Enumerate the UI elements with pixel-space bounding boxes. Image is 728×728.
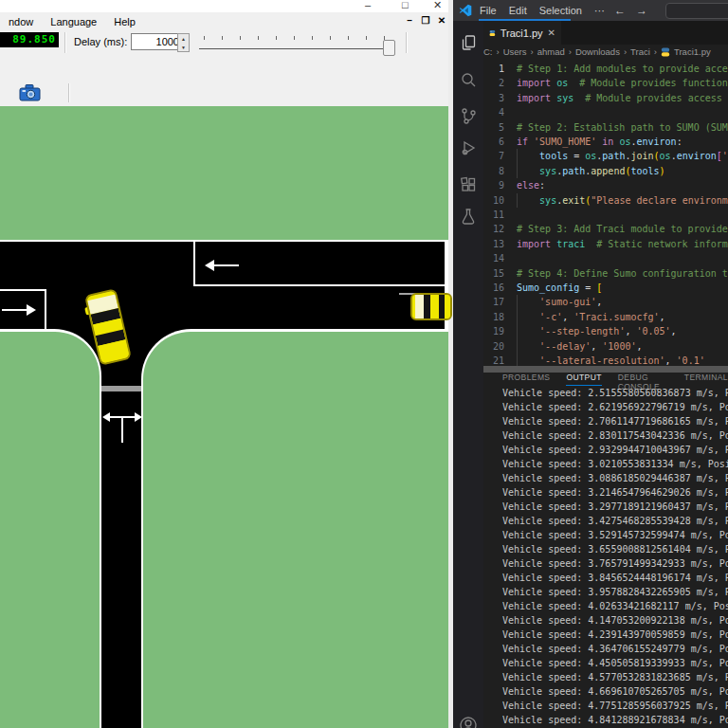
output-line: Vehicle speed: 2.9329944710043967 m/s, P…: [502, 443, 728, 457]
code-token: import: [517, 91, 551, 105]
breadcrumb-separator: ›: [530, 46, 533, 57]
speed-slider[interactable]: [194, 32, 405, 57]
line-number: 20: [483, 339, 504, 354]
code-line-10[interactable]: 10 sys.exit("Please declare environme: [483, 193, 728, 208]
code-token: exit: [562, 193, 585, 208]
code-line-2[interactable]: 2import os # Module provides functions: [483, 76, 728, 90]
run-debug-icon[interactable]: [459, 138, 478, 157]
tab-close-icon[interactable]: ✕: [548, 27, 555, 38]
breadcrumb-separator: ›: [654, 46, 657, 57]
code-line-11[interactable]: 11: [483, 208, 728, 222]
code-line-8[interactable]: 8 sys.path.append(tools): [483, 164, 728, 178]
spin-down-icon[interactable]: ▼: [181, 46, 186, 49]
testing-icon[interactable]: [459, 207, 478, 226]
panel-tab-terminal[interactable]: TERMINAL: [684, 373, 728, 386]
panel-tab-debug-console[interactable]: DEBUG CONSOLE: [618, 373, 668, 386]
vscode-menu-file[interactable]: File: [480, 5, 497, 16]
line-number: 13: [483, 237, 504, 251]
mdi-close-icon[interactable]: ✕: [435, 14, 448, 27]
code-token: import: [517, 76, 551, 90]
mdi-buttons: – ❐ ✕: [403, 14, 448, 27]
code-line-9[interactable]: 9else:: [483, 178, 728, 192]
vehicle-eastbound[interactable]: [410, 293, 452, 320]
code-line-5[interactable]: 5# Step 2: Establish path to SUMO (SUMO: [483, 120, 728, 135]
delay-input[interactable]: [131, 33, 182, 50]
code-line-19[interactable]: 19 '--step-length', '0.05',: [483, 324, 728, 338]
menu-item-language[interactable]: Language: [42, 16, 105, 27]
code-token: '--delay': [539, 339, 591, 354]
breadcrumb-item[interactable]: ahmad: [537, 46, 565, 57]
breadcrumb-item[interactable]: Users: [503, 46, 527, 57]
code-token: '0.1': [677, 354, 705, 366]
code-line-3[interactable]: 3import sys # Module provides access t: [483, 91, 728, 105]
code-editor[interactable]: 1# Step 1: Add modules to provide access…: [483, 58, 728, 366]
code-token: ,: [665, 354, 677, 366]
code-line-15[interactable]: 15# Step 4: Define Sumo configuration to: [483, 266, 728, 281]
code-token: =: [579, 281, 596, 295]
extensions-icon[interactable]: [459, 175, 478, 194]
line-number: 18: [483, 310, 504, 324]
breadcrumb-item[interactable]: Traci1.py: [674, 46, 711, 57]
code-line-14[interactable]: 14: [483, 251, 728, 265]
code-token: # Step 4: Define Sumo configuration to: [517, 266, 728, 281]
line-number: 5: [483, 120, 504, 135]
code-line-7[interactable]: 7 tools = os.path.join(os.environ['S: [483, 149, 728, 163]
breadcrumb-item[interactable]: Downloads: [575, 46, 620, 57]
simulation-time-display: 89.850: [0, 32, 59, 47]
panel-tab-output[interactable]: OUTPUT: [566, 373, 601, 386]
code-line-13[interactable]: 13import traci # Static network informa: [483, 237, 728, 251]
breadcrumb-item[interactable]: C:: [483, 46, 493, 57]
code-token: # Module provides access t: [573, 91, 728, 105]
code-line-16[interactable]: 16Sumo_config = [: [483, 281, 728, 295]
code-token: ,: [562, 310, 573, 324]
menu-item-ndow[interactable]: ndow: [0, 16, 42, 27]
spin-up-icon[interactable]: ▲: [181, 37, 186, 41]
code-line-17[interactable]: 17 'sumo-gui',: [483, 295, 728, 309]
output-line: Vehicle speed: 4.147053200922138 m/s, Po…: [502, 613, 728, 628]
nav-forward-icon[interactable]: →: [636, 4, 647, 17]
slider-tick: [294, 36, 295, 40]
horizontal-scrollbar[interactable]: [483, 366, 728, 373]
code-line-21[interactable]: 21 '--lateral-resolution', '0.1': [483, 354, 728, 366]
code-line-1[interactable]: 1# Step 1: Add modules to provide access: [483, 62, 728, 76]
code-token: traci: [556, 237, 585, 251]
command-center-search[interactable]: [665, 3, 728, 19]
code-line-20[interactable]: 20 '--delay', '1000',: [483, 339, 728, 354]
snapshot-button[interactable]: [18, 82, 43, 103]
explorer-icon[interactable]: [459, 33, 478, 52]
window-minimize-icon[interactable]: –: [365, 0, 371, 10]
output-line: Vehicle speed: 2.5155580560836873 m/s, P…: [502, 386, 728, 400]
code-token: import: [517, 237, 551, 251]
output-log[interactable]: Vehicle speed: 2.5155580560836873 m/s, P…: [502, 386, 728, 728]
panel-tab-problems[interactable]: PROBLEMS: [502, 373, 550, 386]
tab-label: Traci1.py: [500, 27, 543, 39]
search-icon[interactable]: [459, 70, 478, 89]
mdi-restore-icon[interactable]: ❐: [419, 14, 432, 27]
sumo-outer-titlebar: – □ ✕: [0, 0, 453, 12]
code-token: sys: [539, 164, 556, 178]
slider-handle[interactable]: [383, 40, 395, 56]
code-token: ,: [660, 310, 665, 324]
code-line-4[interactable]: 4: [483, 105, 728, 119]
code-line-6[interactable]: 6if 'SUMO_HOME' in os.environ:: [483, 135, 728, 149]
toolbar-separator: [406, 32, 408, 53]
account-icon[interactable]: [459, 716, 478, 728]
vscode-menu-selection[interactable]: Selection: [539, 5, 582, 16]
line-number: 19: [483, 324, 504, 338]
window-maximize-icon[interactable]: □: [402, 0, 409, 10]
delay-spinner[interactable]: ▲▼: [177, 33, 190, 52]
menu-item-help[interactable]: Help: [105, 16, 144, 27]
breadcrumb-item[interactable]: Traci: [630, 46, 650, 57]
mdi-minimize-icon[interactable]: –: [403, 14, 416, 27]
code-token: ,: [625, 324, 636, 338]
code-token: 'sumo-gui': [539, 295, 596, 309]
nav-back-icon[interactable]: ←: [614, 4, 626, 17]
tab-traci1-py[interactable]: Traci1.py ✕: [483, 21, 561, 45]
window-close-icon[interactable]: ✕: [433, 0, 442, 11]
source-control-icon[interactable]: [459, 106, 478, 125]
code-line-12[interactable]: 12# Step 3: Add Traci module to provide: [483, 222, 728, 236]
code-line-18[interactable]: 18 '-c', 'Traci.sumocfg',: [483, 310, 728, 324]
vscode-menu-⋯[interactable]: ⋯: [594, 5, 605, 17]
breadcrumb[interactable]: C:›Users›ahmad›Downloads›Traci›Traci1.py: [483, 46, 728, 58]
vscode-menu-edit[interactable]: Edit: [509, 5, 527, 16]
